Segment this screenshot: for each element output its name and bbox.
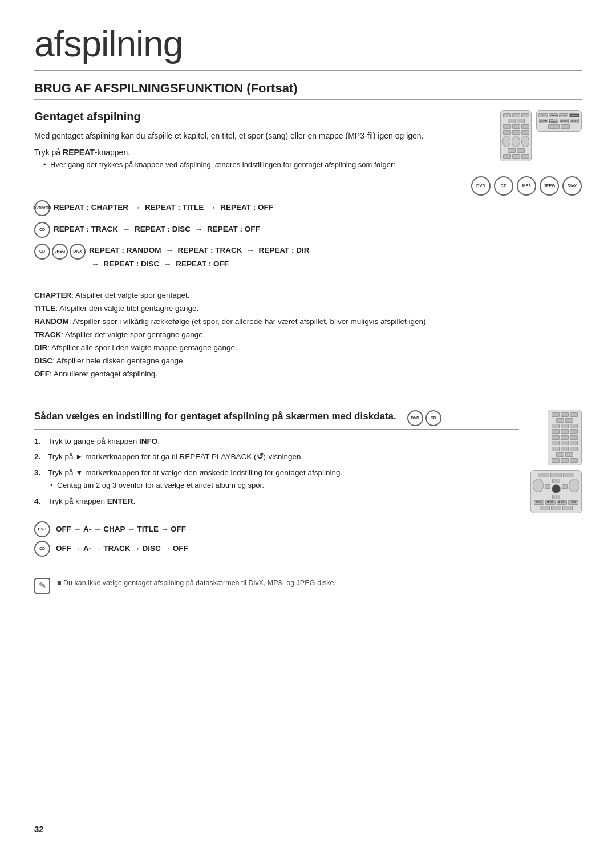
repeat-seq-dvd-row: DVD/VCD REPEAT : CHAPTER → REPEAT : TITL… bbox=[34, 200, 273, 216]
step-1-num: 1. bbox=[34, 435, 44, 448]
repeat-seq-cd-jpeg-divx-text: REPEAT : RANDOM → REPEAT : TRACK → REPEA… bbox=[89, 244, 310, 271]
off-seq-cd-row: CD OFF → A- → TRACK → DISC → OFF bbox=[34, 541, 582, 557]
off-sequences-block: DVD OFF → A- → CHAP → TITLE → OFF CD OFF… bbox=[34, 521, 582, 557]
def-random: RANDOM: Afspiller spor i vilkårlig række… bbox=[34, 315, 582, 329]
disc-jpeg: JPEG bbox=[52, 244, 68, 260]
step-3-text: Tryk på ▼ markørknappen for at vælge den… bbox=[48, 466, 519, 480]
disc-cd: CD bbox=[34, 222, 50, 238]
def-disc: DISC: Afspiller hele disken gentagne gan… bbox=[34, 355, 582, 368]
step-2-num: 2. bbox=[34, 450, 44, 464]
skaermen-disc-dvd: DVD bbox=[407, 410, 423, 426]
def-track: TRACK: Afspiller det valgte spor gentagn… bbox=[34, 329, 582, 342]
skaermen-title: Sådan vælges en indstilling for gentaget… bbox=[34, 410, 519, 430]
def-dir: DIR: Afspiller alle spor i den valgte ma… bbox=[34, 342, 582, 355]
gentaget-section: Gentaget afspilning Med gentaget afspiln… bbox=[34, 110, 582, 392]
step-3-sub-bullet: Gentag trin 2 og 3 ovenfor for at vælge … bbox=[48, 479, 519, 492]
skaermen-disc-cd: CD bbox=[425, 410, 441, 426]
bullet-instruction: Hver gang der trykkes på knappen ved afs… bbox=[43, 159, 489, 171]
steps-list: 1. Tryk to gange på knappen INFO. 2. Try… bbox=[34, 435, 519, 508]
skaermen-large-remote: ZOOM MORE AUDIO SUB bbox=[530, 470, 582, 513]
step-4-num: 4. bbox=[34, 495, 44, 508]
desc-text: Med gentaget afspilning kan du afspille … bbox=[34, 130, 489, 142]
off-seq-disc-dvd: DVD bbox=[34, 521, 50, 537]
repeat-sequences-block: DVD/VCD REPEAT : CHAPTER → REPEAT : TITL… bbox=[34, 200, 582, 275]
off-seq-cd-text: OFF → A- → TRACK → DISC → OFF bbox=[56, 544, 188, 553]
subsection-title: Gentaget afspilning bbox=[34, 110, 489, 123]
small-remote bbox=[500, 110, 532, 161]
skaermen-section: Sådan vælges en indstilling for gentaget… bbox=[34, 410, 582, 560]
note-icon: ✎ bbox=[34, 578, 50, 594]
step-4-text: Tryk på knappen ENTER. bbox=[48, 495, 519, 508]
note-text: ■ Du kan ikke vælge gentaget afspilning … bbox=[57, 578, 336, 589]
step-1-text: Tryk to gange på knappen INFO. bbox=[48, 435, 519, 448]
def-chapter: CHAPTER: Afspiller det valgte spor genta… bbox=[34, 289, 582, 302]
disc-dvdvcd: DVD/VCD bbox=[34, 200, 50, 216]
main-section-title: BRUG AF AFSPILNINGSFUNKTION (Fortsat) bbox=[34, 81, 582, 100]
step-1: 1. Tryk to gange på knappen INFO. bbox=[34, 435, 519, 448]
off-seq-dvd-text: OFF → A- → CHAP → TITLE → OFF bbox=[56, 525, 186, 533]
disc-icon-cd: CD bbox=[494, 176, 513, 196]
skaermen-remote-area: ZOOM MORE AUDIO SUB bbox=[530, 410, 582, 513]
disc-icon-divx: DivX bbox=[562, 176, 582, 196]
repeat-bold-label: REPEAT bbox=[63, 148, 95, 157]
skaermen-small-remote bbox=[548, 410, 582, 465]
disc-cd2: CD bbox=[34, 244, 50, 260]
repeat-seq-cd-jpeg-divx-row: CD JPEG DivX REPEAT : RANDOM → REPEAT : … bbox=[34, 244, 310, 271]
disc-icon-dvd: DVD bbox=[471, 176, 491, 196]
skaermen-title-text: Sådan vælges en indstilling for gentaget… bbox=[34, 411, 396, 422]
repeat-seq-dvd-text: REPEAT : CHAPTER → REPEAT : TITLE → REPE… bbox=[54, 201, 273, 214]
def-title: TITLE: Afspiller den valgte titel gentag… bbox=[34, 302, 582, 315]
remote-images-area: LOGO DIMMER SLOW REPEAT ZOOM CD RIPPING … bbox=[500, 110, 582, 161]
disc-divx: DivX bbox=[70, 244, 86, 260]
disc-icon-jpeg: JPEG bbox=[540, 176, 559, 196]
step-2: 2. Tryk på ► markørknappen for at gå til… bbox=[34, 450, 519, 464]
large-remote: LOGO DIMMER SLOW REPEAT ZOOM CD RIPPING … bbox=[536, 110, 582, 161]
repeat-seq-cd-row: CD REPEAT : TRACK → REPEAT : DISC → REPE… bbox=[34, 222, 260, 238]
def-off: OFF: Annullerer gentaget afspilning. bbox=[34, 368, 582, 381]
top-disc-icons: DVD CD MP3 JPEG DivX bbox=[34, 176, 582, 196]
off-seq-dvd-row: DVD OFF → A- → CHAP → TITLE → OFF bbox=[34, 521, 582, 537]
page-number: 32 bbox=[34, 824, 44, 834]
step-3-content: Tryk på ▼ markørknappen for at vælge den… bbox=[48, 466, 519, 492]
disc-icon-mp3: MP3 bbox=[517, 176, 536, 196]
off-seq-disc-cd: CD bbox=[34, 541, 50, 557]
step-4: 4. Tryk på knappen ENTER. bbox=[34, 495, 519, 508]
step-3: 3. Tryk på ▼ markørknappen for at vælge … bbox=[34, 466, 519, 492]
definitions-block: CHAPTER: Afspiller det valgte spor genta… bbox=[34, 289, 582, 381]
note-block: ✎ ■ Du kan ikke vælge gentaget afspilnin… bbox=[34, 572, 582, 594]
step-2-text: Tryk på ► markørknappen for at gå til RE… bbox=[48, 450, 519, 464]
repeat-seq-cd-text: REPEAT : TRACK → REPEAT : DISC → REPEAT … bbox=[54, 222, 260, 236]
tryk-repeat-text: Tryk på REPEAT-knappen. bbox=[34, 148, 489, 157]
step-3-num: 3. bbox=[34, 466, 44, 492]
page-title: afspilning bbox=[34, 23, 582, 71]
